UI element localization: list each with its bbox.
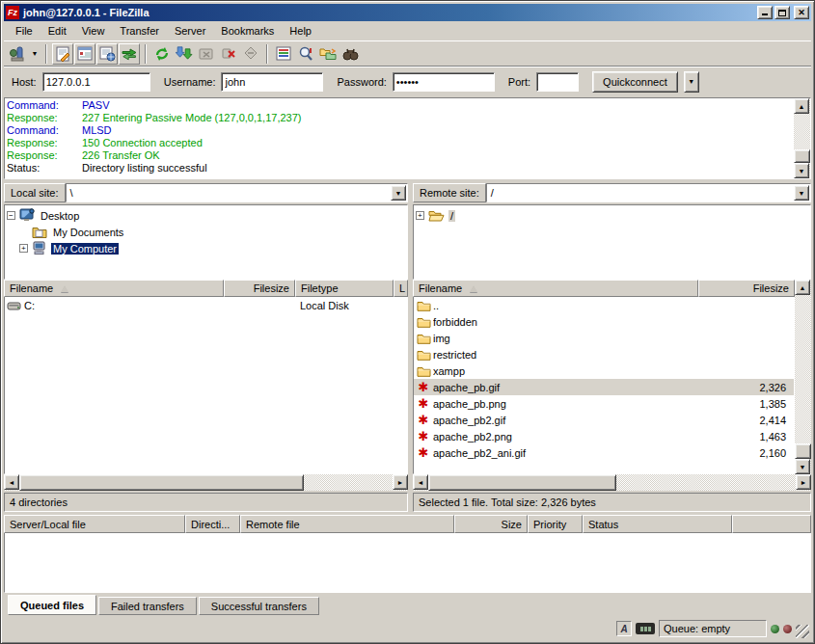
menu-item[interactable]: Edit [41, 22, 74, 40]
remote-file-row[interactable]: ✱ apache_pb.png 1,385 [414, 395, 794, 412]
site-manager-dropdown[interactable]: ▼ [29, 43, 41, 65]
remote-file-row[interactable]: ✱ apache_pb.gif 2,326 [414, 379, 794, 395]
remote-vertical-scrollbar[interactable]: ▲ ▼ [795, 280, 811, 474]
file-name: apache_pb2.gif [433, 415, 705, 426]
scroll-down-button[interactable]: ▼ [794, 163, 809, 178]
scrollbar-thumb[interactable] [428, 474, 616, 491]
scroll-down-button[interactable]: ▼ [795, 459, 810, 474]
find-files-button[interactable] [340, 43, 361, 65]
local-tree: − Desktop My Documents + My Computer [4, 204, 408, 280]
column-header-direction[interactable]: Directi... [185, 515, 240, 533]
remote-file-row[interactable]: ✱ .. [414, 297, 794, 313]
toggle-transfer-queue-button[interactable] [119, 43, 140, 65]
column-header-filetype[interactable]: Filetype [295, 280, 394, 297]
toggle-message-log-button[interactable] [52, 43, 73, 65]
directory-listing-filters-button[interactable] [273, 43, 294, 65]
column-header-last-modified[interactable]: L [394, 280, 408, 297]
log-line-type: Response: [7, 149, 82, 162]
menu-item[interactable]: Bookmarks [213, 22, 282, 40]
scroll-left-button[interactable]: ◄ [4, 474, 19, 490]
column-header-status[interactable]: Status [583, 515, 732, 533]
local-site-row: Local site: \ ▼ [4, 182, 408, 203]
remote-file-row[interactable]: ✱ apache_pb2.png 1,463 [414, 428, 794, 444]
tree-item-my-documents[interactable]: My Documents [7, 224, 405, 240]
log-vertical-scrollbar[interactable]: ▲ ▼ [794, 98, 810, 178]
expand-icon[interactable]: + [416, 211, 424, 220]
remote-file-row[interactable]: ✱ apache_pb2_ani.gif 2,160 [414, 444, 794, 461]
column-header-server-local-file[interactable]: Server/Local file [4, 515, 185, 533]
scroll-up-button[interactable]: ▲ [795, 280, 810, 295]
tree-item-desktop[interactable]: − Desktop [7, 207, 405, 224]
scroll-up-button[interactable]: ▲ [794, 98, 809, 114]
reconnect-button[interactable] [240, 43, 261, 65]
scrollbar-thumb[interactable] [794, 149, 810, 163]
menu-item[interactable]: Transfer [112, 22, 167, 40]
tab-successful-transfers[interactable]: Successful transfers [199, 597, 319, 615]
toggle-remote-tree-button[interactable] [96, 43, 118, 65]
scrollbar-thumb[interactable] [795, 443, 811, 459]
local-site-dropdown-icon[interactable]: ▼ [391, 185, 406, 201]
toggle-local-tree-button[interactable] [74, 43, 95, 65]
column-header-filename[interactable]: Filename [4, 280, 224, 297]
quickconnect-button[interactable]: Quickconnect [592, 71, 678, 93]
local-site-value: \ [67, 187, 390, 199]
local-site-combo[interactable]: \ ▼ [66, 183, 408, 202]
password-input[interactable] [393, 72, 495, 92]
refresh-button[interactable] [151, 43, 173, 65]
scroll-right-button[interactable]: ► [393, 474, 408, 490]
maximize-button[interactable] [774, 6, 790, 19]
column-label: L [399, 282, 405, 294]
quickconnect-dropdown[interactable]: ▼ [684, 71, 699, 93]
menu-item[interactable]: Server [167, 22, 213, 40]
scroll-left-button[interactable]: ◄ [413, 474, 428, 490]
site-manager-button[interactable] [7, 43, 28, 65]
scroll-right-button[interactable]: ► [796, 474, 811, 490]
column-header-filename[interactable]: Filename [413, 280, 698, 297]
collapse-icon[interactable]: − [7, 211, 15, 220]
column-header-filesize[interactable]: Filesize [698, 280, 795, 297]
toolbar-separator [266, 44, 268, 64]
cancel-button[interactable] [196, 43, 217, 65]
remote-file-row[interactable]: ✱ img [414, 330, 794, 346]
remote-pane: Remote site: / ▼ + / Filename Filesize [413, 182, 811, 512]
column-label: Directi... [191, 519, 230, 530]
column-header-size[interactable]: Size [454, 515, 528, 533]
remote-file-row[interactable]: ✱ forbidden [414, 313, 794, 330]
column-label: Size [502, 519, 522, 530]
menu-item[interactable]: Help [282, 22, 319, 40]
remote-list-area: Filename Filesize ✱ .. ✱ forbidden [413, 280, 811, 474]
remote-file-row[interactable]: ✱ xampp [414, 362, 794, 379]
file-size: 2,414 [705, 415, 794, 426]
remote-file-row[interactable]: ✱ apache_pb2.gif 2,414 [414, 412, 794, 428]
synchronized-browsing-button[interactable] [317, 43, 339, 65]
menu-item[interactable]: View [74, 22, 113, 40]
close-button[interactable]: ✕ [794, 6, 809, 19]
disconnect-button[interactable] [218, 43, 239, 65]
resize-grip[interactable] [796, 625, 809, 638]
remote-site-dropdown-icon[interactable]: ▼ [794, 185, 809, 201]
tree-item-root[interactable]: + / [416, 207, 808, 224]
scrollbar-thumb[interactable] [19, 474, 304, 491]
minimize-button[interactable] [757, 6, 773, 19]
remote-site-combo[interactable]: / ▼ [486, 183, 811, 202]
file-type-icon: ✱ [414, 300, 433, 311]
expand-icon[interactable]: + [19, 244, 28, 253]
directory-comparison-button[interactable] [295, 43, 316, 65]
remote-horizontal-scrollbar[interactable]: ◄ ► [413, 474, 811, 491]
file-type-icon: ✱ [414, 349, 433, 361]
column-header-priority[interactable]: Priority [528, 515, 583, 533]
local-file-row[interactable]: C: Local Disk [5, 297, 407, 313]
tab-queued-files[interactable]: Queued files [8, 595, 96, 615]
process-queue-button[interactable] [174, 43, 195, 65]
tree-item-label: My Documents [51, 227, 125, 238]
port-input[interactable] [536, 72, 579, 92]
local-horizontal-scrollbar[interactable]: ◄ ► [4, 474, 408, 491]
remote-file-row[interactable]: ✱ restricted [414, 346, 794, 362]
column-header-filesize[interactable]: Filesize [224, 280, 295, 297]
column-header-remote-file[interactable]: Remote file [240, 515, 454, 533]
menu-item[interactable]: File [8, 22, 41, 40]
username-input[interactable] [221, 72, 323, 92]
tab-failed-transfers[interactable]: Failed transfers [98, 597, 197, 615]
tree-item-my-computer[interactable]: + My Computer [7, 240, 405, 256]
host-input[interactable] [42, 72, 150, 92]
